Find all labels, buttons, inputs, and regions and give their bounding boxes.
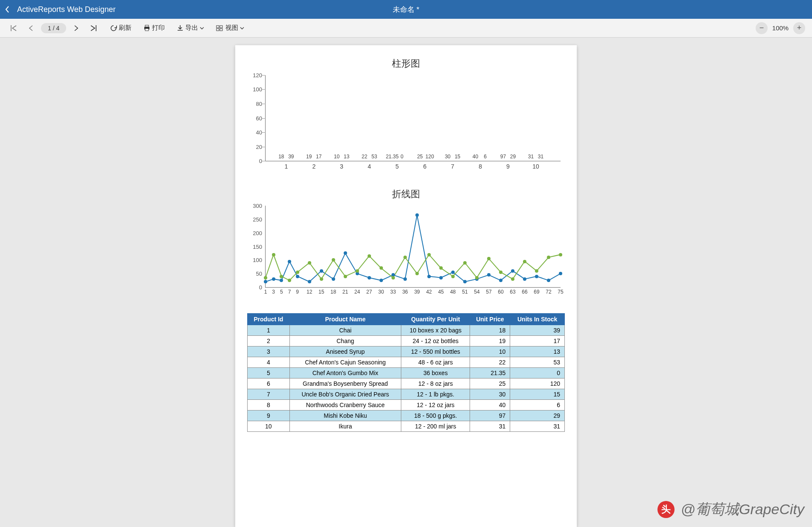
x-tick-label: 10 [532, 163, 539, 170]
bar-value-label: 120 [426, 154, 434, 160]
bar-value-label: 30 [445, 154, 450, 160]
table-cell: 48 - 6 oz jars [401, 357, 470, 368]
zoom-out-button[interactable]: − [756, 22, 768, 34]
line-chart-svg [266, 206, 561, 287]
table-cell: Chef Anton's Cajun Seasoning [289, 357, 401, 368]
table-cell: 0 [510, 368, 565, 379]
export-label: 导出 [185, 24, 198, 32]
export-button[interactable]: 导出 [174, 21, 207, 35]
prev-page-button[interactable] [23, 21, 38, 35]
x-tick-label: 7 [451, 163, 454, 170]
workspace[interactable]: 柱形图 020406080100120183911917210133225342… [0, 38, 812, 527]
first-page-button[interactable] [6, 21, 21, 35]
x-tick-label: 27 [366, 289, 372, 295]
x-tick-label: 3 [272, 289, 275, 295]
bar-value-label: 39 [288, 154, 294, 160]
page-indicator[interactable]: 1 / 4 [41, 23, 66, 33]
refresh-button[interactable]: 刷新 [108, 21, 134, 35]
bar-value-label: 10 [334, 154, 339, 160]
table-header: Quantity Per Unit [401, 314, 470, 325]
line-point [451, 271, 455, 274]
line-point [547, 256, 550, 259]
zoom-in-button[interactable]: + [793, 22, 805, 34]
table-cell: Uncle Bob's Organic Dried Pears [289, 389, 401, 400]
x-tick-label: 39 [414, 289, 420, 295]
table-cell: 30 [470, 389, 510, 400]
y-tick-label: 150 [253, 243, 266, 250]
bar-value-label: 21.35 [386, 154, 399, 160]
next-page-button[interactable] [69, 21, 84, 35]
line-point [415, 272, 419, 275]
chevron-down-icon [240, 27, 244, 29]
line-point [368, 276, 371, 280]
line-chart-title: 折线图 [247, 188, 565, 201]
zoom-value: 100% [769, 24, 792, 32]
line-point [499, 279, 502, 282]
table-cell: 12 - 1 lb pkgs. [401, 389, 470, 400]
x-tick-label: 5 [280, 289, 283, 295]
table-cell: 18 - 500 g pkgs. [401, 411, 470, 421]
table-row: 1Chai10 boxes x 20 bags1839 [248, 325, 565, 336]
print-button[interactable]: 打印 [141, 21, 167, 35]
line-point [356, 269, 359, 273]
bar-value-label: 15 [455, 154, 460, 160]
toolbar: 1 / 4 刷新 打印 导出 视图 − 100% + [0, 19, 812, 38]
table-cell: 31 [470, 421, 510, 432]
table-cell: 6 [510, 400, 565, 411]
table-cell: 3 [248, 346, 290, 357]
table-cell: 19 [470, 336, 510, 346]
line-point [511, 277, 514, 281]
line-point [535, 269, 538, 273]
back-button[interactable] [5, 6, 17, 13]
x-tick-label: 2 [312, 163, 315, 170]
table-header: Units In Stock [510, 314, 565, 325]
bar-value-label: 0 [400, 154, 403, 160]
table-cell: Ikura [289, 421, 401, 432]
table-row: 5Chef Anton's Gumbo Mix36 boxes21.350 [248, 368, 565, 379]
line-point [427, 275, 431, 278]
x-tick-label: 63 [510, 289, 515, 295]
table-cell: 31 [510, 421, 565, 432]
table-cell: Chai [289, 325, 401, 336]
x-tick-label: 8 [479, 163, 482, 170]
table-cell: 10 boxes x 20 bags [401, 325, 470, 336]
table-cell: 97 [470, 411, 510, 421]
x-tick-label: 1 [264, 289, 267, 295]
y-tick-label: 300 [253, 203, 266, 209]
line-point [511, 269, 514, 273]
table-cell: 8 [248, 400, 290, 411]
line-point [463, 261, 467, 265]
bar-value-label: 40 [473, 154, 478, 160]
table-cell: 40 [470, 400, 510, 411]
table-cell: 12 - 200 ml jars [401, 421, 470, 432]
table-row: 4Chef Anton's Cajun Seasoning48 - 6 oz j… [248, 357, 565, 368]
x-tick-label: 24 [354, 289, 360, 295]
line-chart: 0501001502002503001357912151821242730333… [247, 203, 565, 301]
x-tick-label: 36 [402, 289, 408, 295]
y-tick-label: 250 [253, 216, 266, 222]
table-cell: 29 [510, 411, 565, 421]
view-button[interactable]: 视图 [213, 21, 247, 35]
print-label: 打印 [152, 24, 165, 32]
print-icon [143, 25, 150, 32]
table-cell: 9 [248, 411, 290, 421]
bar-value-label: 22 [362, 154, 367, 160]
refresh-icon [110, 25, 117, 32]
table-cell: 13 [510, 346, 565, 357]
table-row: 8Northwoods Cranberry Sauce12 - 12 oz ja… [248, 400, 565, 411]
table-cell: 21.35 [470, 368, 510, 379]
product-table: Product IdProduct NameQuantity Per UnitU… [247, 313, 565, 432]
y-tick-label: 100 [253, 257, 266, 263]
document-title: 未命名 * [393, 5, 419, 15]
table-cell: 36 boxes [401, 368, 470, 379]
table-cell: Chang [289, 336, 401, 346]
x-tick-label: 75 [558, 289, 563, 295]
last-page-button[interactable] [86, 21, 101, 35]
x-tick-label: 45 [438, 289, 444, 295]
line-point [487, 257, 491, 260]
table-row: 2Chang24 - 12 oz bottles1917 [248, 336, 565, 346]
line-point [559, 272, 562, 275]
table-cell: 4 [248, 357, 290, 368]
table-header: Unit Price [470, 314, 510, 325]
table-cell: 2 [248, 336, 290, 346]
